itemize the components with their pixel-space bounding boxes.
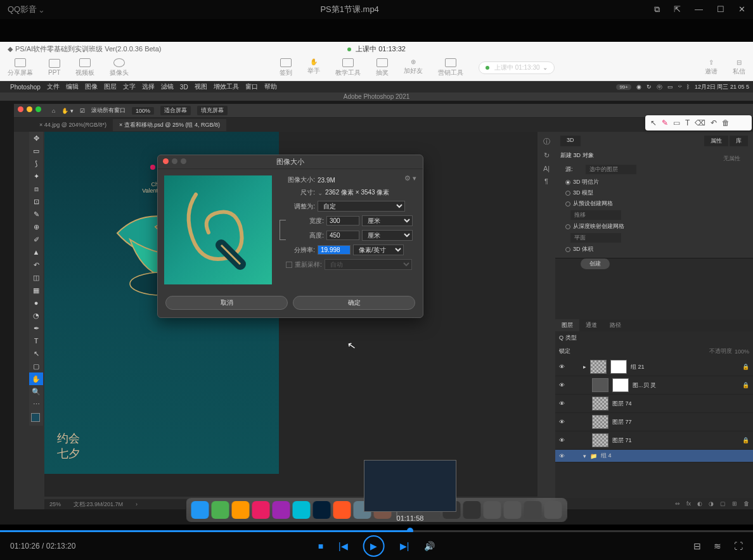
eye-icon[interactable]: 👁 xyxy=(559,382,567,388)
menu-3d[interactable]: 3D xyxy=(180,84,188,91)
menu-layer[interactable]: 图层 xyxy=(104,82,117,91)
minimize-button[interactable]: — xyxy=(695,4,703,15)
radio-model[interactable] xyxy=(565,191,570,196)
fill-screen-button[interactable]: 填充屏幕 xyxy=(197,106,228,115)
layer-thumb[interactable] xyxy=(592,378,608,392)
lock-icon[interactable]: 🔒 xyxy=(742,382,749,388)
invite-button[interactable]: ⇪邀请 xyxy=(705,59,718,76)
marquee-tool[interactable]: ▭ xyxy=(29,144,43,157)
input-icon[interactable]: ㊥ xyxy=(657,83,662,91)
eye-icon[interactable]: 👁 xyxy=(559,453,567,459)
chevron-down-icon[interactable]: ⌄ xyxy=(543,64,548,71)
zoom-100-button[interactable]: 100% xyxy=(132,107,154,115)
pencil-icon[interactable]: ✎ xyxy=(662,118,668,127)
shape-tool[interactable]: ▢ xyxy=(29,360,43,372)
dock-photoshop[interactable] xyxy=(313,501,331,519)
mask-thumb[interactable] xyxy=(612,378,629,392)
tab-props[interactable]: 属性 xyxy=(704,136,728,146)
subtitle-button[interactable]: ⊟ xyxy=(693,541,701,551)
link-dimensions-icon[interactable] xyxy=(280,220,286,240)
stamp-tool[interactable]: ▲ xyxy=(29,246,43,258)
doc-tab-2[interactable]: × 查看和移动.psd @ 25% (组 4, RGB/8) xyxy=(113,119,226,131)
wifi-icon[interactable]: ⌔ xyxy=(678,84,681,90)
menu-image[interactable]: 图像 xyxy=(85,82,98,91)
rect-icon[interactable]: ▭ xyxy=(673,118,680,127)
menu-plugins[interactable]: 增效工具 xyxy=(214,82,239,91)
trash-icon[interactable]: 🗑 xyxy=(743,500,749,507)
menu-type[interactable]: 文字 xyxy=(123,82,136,91)
playlist-button[interactable]: ≋ xyxy=(714,541,721,551)
teach-tools-button[interactable]: 教学工具 xyxy=(335,58,361,77)
dock-downloads[interactable] xyxy=(524,501,542,519)
dock-app[interactable] xyxy=(252,501,270,519)
video-board-button[interactable]: 视频板 xyxy=(75,58,94,77)
next-button[interactable]: ▶| xyxy=(400,541,409,551)
fx-icon[interactable]: fx xyxy=(686,500,691,507)
bt-icon[interactable]: ᛒ xyxy=(686,84,690,90)
height-input[interactable] xyxy=(326,231,359,240)
gradient-tool[interactable]: ▦ xyxy=(29,284,43,296)
layer-row[interactable]: 👁图...贝 灵🔒 xyxy=(555,376,753,395)
dock-item[interactable] xyxy=(463,501,481,519)
blur-tool[interactable]: ● xyxy=(29,296,43,309)
tab-channels[interactable]: 通道 xyxy=(579,319,603,331)
layer-row[interactable]: 👁▾📁组 4 xyxy=(555,450,753,462)
raise-hand-button[interactable]: ✋举手 xyxy=(307,58,320,77)
tab-lib[interactable]: 库 xyxy=(730,136,748,146)
dock-app[interactable] xyxy=(212,501,229,519)
dock-trash[interactable] xyxy=(544,501,562,519)
notification-badge[interactable]: 99+ xyxy=(616,84,631,90)
home-icon[interactable]: ⌂ xyxy=(52,108,55,114)
layer-thumb[interactable] xyxy=(592,397,608,410)
lottery-button[interactable]: 抽奖 xyxy=(376,58,389,77)
para-icon[interactable]: ¶ xyxy=(544,177,548,185)
menu-edit[interactable]: 编辑 xyxy=(66,82,79,91)
dock-item[interactable] xyxy=(504,501,522,519)
datetime[interactable]: 12月2日 周三 21 05 5 xyxy=(695,83,749,91)
lasso-tool[interactable]: ⟆ xyxy=(29,157,43,170)
text-icon[interactable]: T xyxy=(685,118,690,127)
dock-item[interactable] xyxy=(484,501,501,519)
min-light[interactable] xyxy=(27,106,32,112)
type-tool[interactable]: T xyxy=(29,334,43,347)
volume-button[interactable]: 🔊 xyxy=(424,541,435,551)
radio-postcard[interactable] xyxy=(565,180,570,185)
radio-volume[interactable] xyxy=(565,247,570,252)
resolution-input[interactable] xyxy=(318,245,351,255)
lock-icon[interactable]: 🔒 xyxy=(742,364,749,370)
fit-to-select[interactable]: 自定 xyxy=(318,201,405,212)
fit-screen-button[interactable]: 适合屏幕 xyxy=(160,106,191,115)
new-layer-icon[interactable]: ⊞ xyxy=(732,500,737,507)
maximize-button[interactable]: ☐ xyxy=(717,4,724,15)
dialog-close-light[interactable] xyxy=(163,158,169,164)
open-file-icon[interactable]: ⧉ xyxy=(654,4,660,15)
share-screen-button[interactable]: 分享屏幕 xyxy=(8,58,33,77)
path-tool[interactable]: ↖ xyxy=(29,347,43,360)
close-light[interactable] xyxy=(18,106,23,112)
player-app-name[interactable]: QQ影音 xyxy=(8,4,37,15)
checkin-button[interactable]: 签到 xyxy=(280,58,292,77)
layer-thumb[interactable] xyxy=(592,433,608,447)
history-icon[interactable]: ↻ xyxy=(544,151,550,160)
height-unit-select[interactable]: 厘米 xyxy=(362,230,413,241)
camera-button[interactable]: 摄像头 xyxy=(110,58,129,77)
pen-tool[interactable]: ✒ xyxy=(29,322,43,334)
mask-icon[interactable]: ◐ xyxy=(697,500,702,507)
width-input[interactable] xyxy=(326,216,359,226)
hand-tool-icon[interactable]: ✋ ▾ xyxy=(61,108,74,114)
layer-row[interactable]: 👁图层 77 xyxy=(555,413,753,431)
heal-tool[interactable]: ⊕ xyxy=(29,220,43,233)
crop-tool[interactable]: ⧈ xyxy=(29,182,43,195)
message-button[interactable]: ⊟私信 xyxy=(733,59,745,76)
dock-app[interactable] xyxy=(333,501,351,519)
resolution-unit-select[interactable]: 像素/英寸 xyxy=(353,245,404,255)
tab-layers[interactable]: 图层 xyxy=(555,319,579,331)
tab-paths[interactable]: 路径 xyxy=(603,319,628,331)
brush-tool[interactable]: ✐ xyxy=(29,233,43,246)
resample-checkbox[interactable] xyxy=(286,262,292,268)
preset-select-2[interactable]: 平面 xyxy=(570,233,621,243)
cc-icon[interactable]: ◉ xyxy=(636,84,641,90)
dock-app[interactable] xyxy=(273,501,290,519)
more-tool[interactable]: ⋯ xyxy=(29,398,43,410)
preset-select-1[interactable]: 推移 xyxy=(570,210,621,220)
